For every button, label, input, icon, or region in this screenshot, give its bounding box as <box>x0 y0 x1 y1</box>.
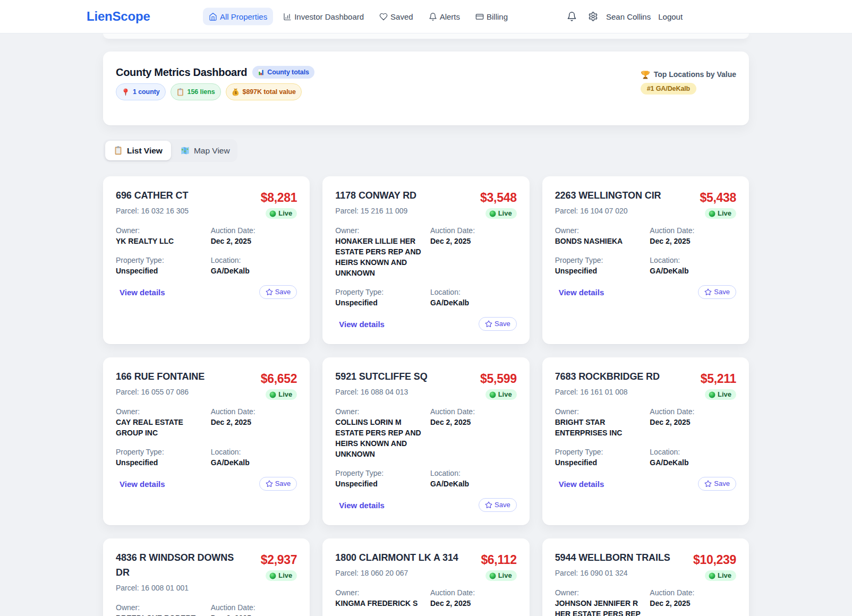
map-view-button[interactable]: Map View <box>172 141 236 160</box>
view-details-link[interactable]: View details <box>120 480 165 489</box>
live-status-label: Live <box>498 391 512 398</box>
save-button[interactable]: Save <box>259 477 297 491</box>
view-toggle: List View Map View <box>103 139 237 162</box>
notifications-bell-icon[interactable] <box>567 12 577 22</box>
parcel-label: Parcel: <box>555 207 578 215</box>
live-status-badge: Live <box>705 570 736 581</box>
clipboard-emoji-icon <box>114 146 123 155</box>
owner-label: Owner: <box>335 587 422 598</box>
property-address: 7683 ROCKBRIDGE RD <box>555 369 685 384</box>
property-type-field: Property Type: Unspecified <box>335 287 422 308</box>
auction-date-field: Auction Date: Dec 2, 2025 <box>430 587 517 609</box>
county-totals-badge-label: County totals <box>267 68 309 76</box>
property-card-grid: 696 CATHER CT Parcel: 16 032 16 305 $8,2… <box>103 176 749 616</box>
nav-item-saved[interactable]: Saved <box>374 8 419 25</box>
auction-date-value: Dec 2, 2025 <box>650 236 736 246</box>
owner-label: Owner: <box>116 225 202 236</box>
location-value: GA/DeKalb <box>211 457 297 468</box>
metric-chip-897k-total-value: $$897K total value <box>226 83 302 100</box>
map-emoji-icon <box>181 146 190 155</box>
auction-date-field: Auction Date: Dec 2, 2025 <box>650 225 736 246</box>
save-button[interactable]: Save <box>698 477 736 491</box>
list-view-button[interactable]: List View <box>105 141 171 160</box>
view-details-link[interactable]: View details <box>339 320 385 329</box>
property-parcel: Parcel: 16 008 01 001 <box>116 583 246 593</box>
parcel-value: 16 088 04 013 <box>361 388 408 396</box>
live-status-label: Live <box>498 572 512 579</box>
view-details-link[interactable]: View details <box>559 480 604 489</box>
auction-date-label: Auction Date: <box>650 406 736 417</box>
metric-chip-label: 156 liens <box>188 88 215 97</box>
auction-date-label: Auction Date: <box>211 225 297 236</box>
owner-label: Owner: <box>116 406 202 417</box>
property-type-label: Property Type: <box>335 468 422 478</box>
parcel-label: Parcel: <box>555 569 578 577</box>
auction-date-field: Auction Date: Dec 2, 2025 <box>211 225 297 246</box>
property-address: 2263 WELLINGTON CIR <box>555 188 685 203</box>
view-details-link[interactable]: View details <box>120 288 165 297</box>
auction-date-value: Dec 2, 2025 <box>211 613 297 616</box>
property-card: 1178 CONWAY RD Parcel: 15 216 11 009 $3,… <box>322 176 529 344</box>
green-circle-icon <box>709 572 715 579</box>
home-icon <box>209 12 217 21</box>
scrolled-card-bottom-edge <box>103 33 749 39</box>
auction-date-label: Auction Date: <box>430 225 517 236</box>
auction-date-field: Auction Date: Dec 2, 2025 <box>430 225 517 278</box>
clipboard-emoji-icon <box>176 88 184 96</box>
metric-chip-1-county: 1 county <box>116 83 166 100</box>
auction-date-field: Auction Date: Dec 2, 2025 <box>430 406 517 459</box>
logout-link[interactable]: Logout <box>658 12 683 21</box>
owner-value: BRIGHT STAR ENTERPRISES INC <box>555 417 642 438</box>
auction-date-field: Auction Date: Dec 2, 2025 <box>650 587 736 616</box>
location-label: Location: <box>211 255 297 266</box>
property-price: $10,239 <box>693 552 736 568</box>
property-parcel: Parcel: 16 032 16 305 <box>116 206 246 216</box>
star-icon <box>485 501 492 509</box>
user-name: Sean Collins <box>606 12 651 21</box>
live-status-badge: Live <box>266 570 297 581</box>
save-button[interactable]: Save <box>479 498 517 512</box>
star-icon <box>704 480 712 487</box>
nav-item-alerts[interactable]: Alerts <box>423 8 465 25</box>
property-card: 5944 WELLBORN TRAILS Parcel: 16 090 01 3… <box>542 538 749 616</box>
parcel-value: 16 008 01 001 <box>141 584 189 592</box>
live-status-label: Live <box>278 572 292 579</box>
settings-gear-icon[interactable] <box>588 12 598 22</box>
nav-item-investor-dashboard[interactable]: Investor Dashboard <box>278 8 369 25</box>
property-card: 166 RUE FONTAINE Parcel: 16 055 07 086 $… <box>103 357 310 525</box>
parcel-label: Parcel: <box>335 207 359 215</box>
property-type-label: Property Type: <box>116 447 202 457</box>
green-circle-icon <box>269 391 276 398</box>
property-parcel: Parcel: 16 161 01 008 <box>555 387 685 397</box>
credit-card-icon <box>475 12 484 21</box>
parcel-label: Parcel: <box>116 584 139 592</box>
save-button[interactable]: Save <box>698 285 736 299</box>
location-value: GA/DeKalb <box>211 266 297 276</box>
owner-value: BONDS NASHIEKA <box>555 236 642 246</box>
nav-menu: All PropertiesInvestor DashboardSavedAle… <box>203 8 513 25</box>
green-circle-icon <box>489 210 496 217</box>
parcel-label: Parcel: <box>116 207 139 215</box>
live-status-label: Live <box>718 210 731 217</box>
property-type-value: Unspecified <box>555 457 642 468</box>
nav-item-billing[interactable]: Billing <box>470 8 513 25</box>
save-button-label: Save <box>275 479 291 489</box>
auction-date-label: Auction Date: <box>650 225 736 236</box>
location-label: Location: <box>650 447 736 457</box>
nav-item-all-properties[interactable]: All Properties <box>203 8 273 25</box>
bar-chart-icon <box>283 12 292 21</box>
property-price: $5,211 <box>701 371 736 387</box>
top-nav: LienScope All PropertiesInvestor Dashboa… <box>0 0 852 33</box>
property-address: 1800 CLAIRMONT LK A 314 <box>335 550 465 565</box>
parcel-value: 18 060 20 067 <box>361 569 408 577</box>
live-status-badge: Live <box>485 208 517 219</box>
save-button-label: Save <box>714 479 730 489</box>
property-price: $6,652 <box>261 371 297 387</box>
save-button[interactable]: Save <box>479 317 517 331</box>
moneybag-emoji-icon: $ <box>232 88 240 96</box>
view-details-link[interactable]: View details <box>339 501 385 510</box>
property-price: $8,281 <box>261 190 297 206</box>
view-details-link[interactable]: View details <box>559 288 604 297</box>
save-button[interactable]: Save <box>259 285 297 299</box>
property-price: $6,112 <box>481 552 516 568</box>
